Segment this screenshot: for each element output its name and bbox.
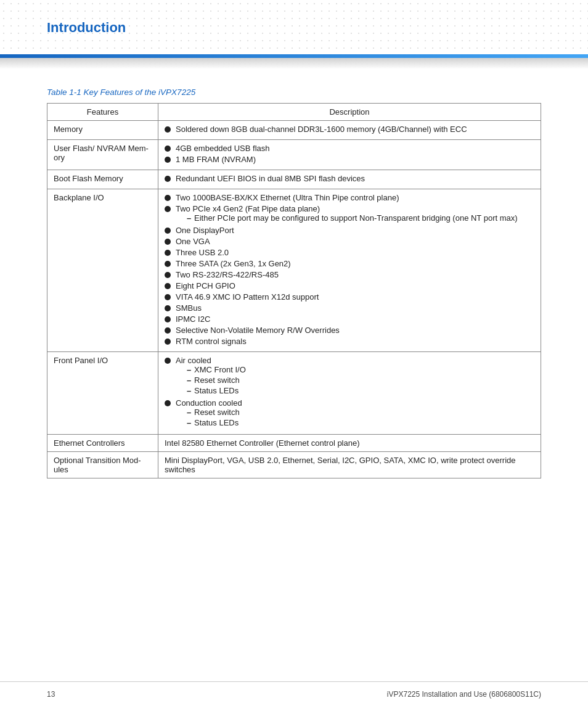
description-cell: Air cooled –XMC Front I/O –Reset switch … — [158, 352, 541, 435]
bullet-icon — [165, 400, 171, 406]
page-number: 13 — [47, 690, 55, 699]
bullet-icon — [165, 146, 171, 152]
description-cell: Redundant UEFI BIOS in dual 8MB SPI flas… — [158, 170, 541, 189]
bullet-icon — [165, 305, 171, 311]
bullet-icon — [165, 283, 171, 289]
bullet-icon — [165, 327, 171, 334]
document-title: iVPX7225 Installation and Use (6806800S1… — [387, 690, 541, 699]
bullet-icon — [165, 239, 171, 245]
bullet-icon — [165, 272, 171, 278]
table-row: User Flash/ NVRAM Mem­ory 4GB embedded U… — [47, 140, 541, 170]
feature-cell: Memory — [47, 121, 158, 140]
description-cell: Intel 82580 Ethernet Controller (Etherne… — [158, 435, 541, 452]
description-cell: 4GB embedded USB flash 1 MB FRAM (NVRAM) — [158, 140, 541, 170]
bullet-icon — [165, 157, 171, 163]
feature-cell: User Flash/ NVRAM Mem­ory — [47, 140, 158, 170]
main-content: Table 1-1 Key Features of the iVPX7225 F… — [0, 69, 588, 515]
bullet-icon — [165, 358, 171, 364]
bullet-icon — [165, 228, 171, 234]
description-cell: Two 1000BASE-BX/KX Ethernet (Ultra Thin … — [158, 189, 541, 352]
bullet-icon — [165, 316, 171, 322]
bullet-icon — [165, 250, 171, 256]
feature-cell: Boot Flash Memory — [47, 170, 158, 189]
col-header-features: Features — [47, 104, 158, 121]
description-cell: Soldered down 8GB dual-channel DDR3L-160… — [158, 121, 541, 140]
table-row: Optional Transition Mod­ules Mini Displa… — [47, 452, 541, 478]
feature-cell: Front Panel I/O — [47, 352, 158, 435]
bullet-icon — [165, 176, 171, 182]
table-row: Backplane I/O Two 1000BASE-BX/KX Etherne… — [47, 189, 541, 352]
table-row: Boot Flash Memory Redundant UEFI BIOS in… — [47, 170, 541, 189]
bullet-icon — [165, 206, 171, 212]
bullet-icon — [165, 261, 171, 267]
features-table: Features Description Memory Soldered dow… — [47, 103, 541, 478]
table-caption: Table 1-1 Key Features of the iVPX7225 — [47, 88, 541, 97]
bullet-icon — [165, 126, 171, 133]
footer: 13 iVPX7225 Installation and Use (680680… — [0, 681, 588, 706]
bullet-icon — [165, 339, 171, 345]
table-row: Front Panel I/O Air cooled –XMC Front I/… — [47, 352, 541, 435]
description-cell: Mini DisplayPort, VGA, USB 2.0, Ethernet… — [158, 452, 541, 478]
header: Introduction — [0, 0, 588, 54]
gray-bar — [0, 58, 588, 69]
bullet-icon — [165, 195, 171, 201]
feature-cell: Backplane I/O — [47, 189, 158, 352]
table-row: Ethernet Controllers Intel 82580 Etherne… — [47, 435, 541, 452]
bullet-icon — [165, 294, 171, 300]
col-header-description: Description — [158, 104, 541, 121]
table-header-row: Features Description — [47, 104, 541, 121]
page-title: Introduction — [47, 20, 126, 36]
table-row: Memory Soldered down 8GB dual-channel DD… — [47, 121, 541, 140]
feature-cell: Optional Transition Mod­ules — [47, 452, 158, 478]
feature-cell: Ethernet Controllers — [47, 435, 158, 452]
